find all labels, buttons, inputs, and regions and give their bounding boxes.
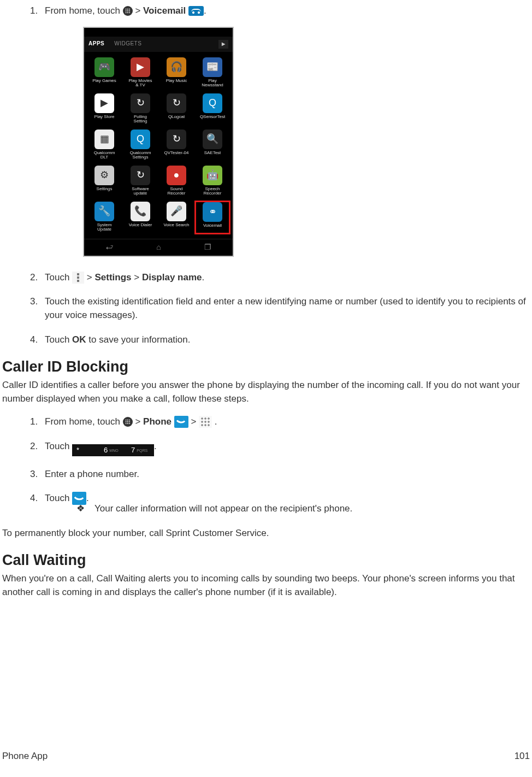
app-icon: 🔧 (94, 202, 114, 221)
cid-step3: Enter a phone number. (40, 468, 530, 481)
app-icon: Q (131, 130, 150, 149)
step2: Touch > Settings > Display name. (40, 271, 530, 285)
voicemail-icon (188, 6, 204, 16)
app-play-newsstand: 📰PlayNewsstand (194, 56, 230, 90)
app-voice-dialer: 📞Voice Dialer (122, 201, 158, 234)
app-speech-recorder: 🤖SpeechRecorder (194, 164, 230, 198)
app-system-update: 🔧SystemUpdate (86, 201, 122, 234)
heading-caller-id-blocking: Caller ID Blocking (2, 358, 530, 375)
app-sound-recorder: ●SoundRecorder (158, 164, 194, 198)
app-label: SpeechRecorder (204, 187, 222, 197)
app-software-update: ↻Softwareupdate (122, 164, 158, 198)
app-label: SoundRecorder (168, 187, 186, 197)
tab-widgets: WIDGETS (114, 40, 141, 48)
app-icon: 📰 (203, 57, 222, 77)
app-qsensortest: QQSensorTest (194, 92, 230, 126)
page-footer: Phone App 101 (2, 751, 530, 762)
app-play-games: 🎮Play Games (86, 56, 122, 90)
recent-icon: ❐ (204, 242, 211, 252)
app-play-store: ▶Play Store (86, 92, 122, 126)
app-label: Play Music (166, 79, 187, 84)
app-icon: 📞 (131, 202, 150, 221)
app-saetest: 🔍SAETest (194, 128, 230, 162)
app-label: Play Store (94, 115, 115, 120)
play-store-icon (218, 40, 228, 49)
app-label: QualcommSettings (130, 151, 151, 161)
app-icon: 🎤 (167, 202, 186, 221)
app-icon: ⚭ (203, 202, 222, 222)
app-label: SystemUpdate (97, 223, 112, 233)
app-voicemail: ⚭Voicemail (194, 201, 230, 234)
app-qvtester-04: ↻QVTester-04 (158, 128, 194, 162)
app-icon: ▶ (131, 57, 150, 77)
app-icon: ↻ (167, 130, 186, 149)
para-permanent-block: To permanently block your number, call S… (2, 527, 530, 540)
app-icon: ↻ (167, 93, 186, 113)
app-polling-setting: ↻PollingSetting (122, 92, 158, 126)
app-label: SAETest (204, 151, 221, 156)
cid-step1: From home, touch > Phone > . (40, 415, 530, 429)
app-qualcomm-settings: QQualcommSettings (122, 128, 158, 162)
step3: Touch the existing identification field … (40, 295, 530, 322)
substep-list: Your caller information will not appear … (45, 502, 530, 516)
app-label: Voice Search (163, 223, 189, 228)
app-icon: 🔍 (203, 130, 222, 149)
app-label: QVTester-04 (164, 151, 189, 156)
app-icon: Q (203, 93, 222, 113)
step4: Touch OK to save your information. (40, 333, 530, 347)
overflow-icon (72, 272, 84, 284)
app-icon: ⚙ (94, 166, 114, 185)
steps-list-1: From home, touch > Voicemail . APPS WIDG… (2, 4, 530, 346)
app-icon: ● (167, 166, 186, 185)
call-icon (72, 492, 86, 505)
para-call-waiting: When you're on a call, Call Waiting aler… (2, 572, 530, 599)
key-star: * (72, 444, 99, 456)
footer-page-number: 101 (515, 751, 530, 762)
para-caller-id: Caller ID identifies a caller before you… (2, 379, 530, 405)
footer-left: Phone App (2, 751, 48, 762)
app-label: Settings (97, 187, 113, 192)
app-icon: 🤖 (203, 166, 222, 185)
app-icon: 🎧 (167, 57, 186, 77)
phone-screenshot: APPS WIDGETS 🎮Play Games▶Play Movies& TV… (83, 27, 234, 257)
app-settings: ⚙Settings (86, 164, 122, 198)
home-icon: ⌂ (156, 242, 161, 252)
key-6: 6MNO (99, 444, 127, 456)
app-label: Play Movies& TV (128, 79, 152, 89)
apps-icon (123, 6, 133, 16)
app-label: Voicemail (203, 223, 222, 228)
app-label: PlayNewsstand (202, 79, 223, 89)
cid-step4: Touch . Your caller information will not… (40, 492, 530, 515)
app-label: Voice Dialer (129, 223, 152, 228)
app-label: Softwareupdate (132, 187, 149, 197)
apps-icon (123, 417, 133, 427)
substep: Your caller information will not appear … (72, 502, 530, 516)
app-voice-search: 🎤Voice Search (158, 201, 194, 234)
app-label: QualcommDLT (94, 151, 115, 161)
key-7: 7PQRS (127, 444, 154, 456)
steps-list-2: From home, touch > Phone > . Touch *6MNO… (2, 415, 530, 515)
phone-icon (174, 416, 188, 428)
app-icon: ↻ (131, 166, 150, 185)
app-label: QLogcat (168, 115, 185, 120)
app-play-movies-tv: ▶Play Movies& TV (122, 56, 158, 90)
app-label: QSensorTest (200, 115, 225, 120)
tab-apps: APPS (88, 40, 104, 48)
heading-call-waiting: Call Waiting (2, 552, 530, 569)
app-qualcomm-dlt: ▦QualcommDLT (86, 128, 122, 162)
dialpad-icon (199, 416, 212, 428)
app-play-music: 🎧Play Music (158, 56, 194, 90)
app-label: Play Games (92, 79, 116, 84)
app-icon: ▶ (94, 93, 114, 113)
app-qlogcat: ↻QLogcat (158, 92, 194, 126)
cid-step2: Touch *6MNO7PQRS. (40, 440, 530, 457)
key-sequence: *6MNO7PQRS (72, 443, 154, 457)
app-icon: ▦ (94, 130, 114, 149)
app-icon: ↻ (131, 93, 150, 113)
app-icon: 🎮 (94, 57, 114, 77)
step1: From home, touch > Voicemail . APPS WIDG… (40, 4, 530, 257)
nav-bar: ⮐ ⌂ ❐ (84, 239, 233, 256)
app-label: PollingSetting (134, 115, 147, 125)
back-icon: ⮐ (105, 242, 113, 252)
